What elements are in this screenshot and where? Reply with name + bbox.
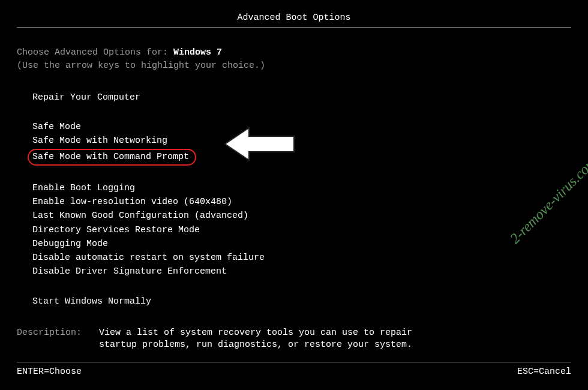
option-group-top: Repair Your Computer [30, 91, 571, 105]
option-dsrm[interactable]: Directory Services Restore Mode [30, 224, 202, 237]
os-name: Windows 7 [173, 47, 222, 58]
option-boot-logging[interactable]: Enable Boot Logging [30, 182, 137, 195]
description-block: Description: View a list of system recov… [17, 327, 571, 352]
option-low-res-video[interactable]: Enable low-resolution video (640x480) [30, 196, 235, 209]
option-group-advanced: Enable Boot Logging Enable low-resolutio… [30, 182, 571, 280]
option-safe-mode-command-prompt[interactable]: Safe Mode with Command Prompt [28, 149, 196, 166]
option-safe-mode[interactable]: Safe Mode [30, 121, 83, 134]
arrow-left-icon [222, 123, 300, 165]
description-text: View a list of system recovery tools you… [99, 327, 435, 352]
page-title: Advanced Boot Options [17, 12, 571, 24]
prompt-prefix: Choose Advanced Options for: [17, 47, 173, 58]
title-divider [17, 27, 571, 28]
footer: ENTER=Choose ESC=Cancel [0, 362, 588, 378]
boot-options-screen: Advanced Boot Options Choose Advanced Op… [0, 0, 588, 390]
hint-line: (Use the arrow keys to highlight your ch… [17, 60, 571, 72]
option-debugging-mode[interactable]: Debugging Mode [30, 238, 110, 251]
option-disable-driver-signature[interactable]: Disable Driver Signature Enforcement [30, 265, 229, 278]
footer-esc-hint: ESC=Cancel [517, 366, 571, 378]
option-group-safe: Safe Mode Safe Mode with Networking Safe… [30, 121, 571, 166]
option-last-known-good[interactable]: Last Known Good Configuration (advanced) [30, 209, 251, 223]
footer-enter-hint: ENTER=Choose [17, 366, 82, 378]
prompt-line: Choose Advanced Options for: Windows 7 [17, 47, 571, 59]
option-group-normal: Start Windows Normally [30, 295, 571, 309]
option-repair-computer[interactable]: Repair Your Computer [30, 91, 143, 104]
footer-divider [17, 362, 571, 362]
option-start-windows-normally[interactable]: Start Windows Normally [30, 295, 154, 308]
option-safe-mode-networking[interactable]: Safe Mode with Networking [30, 134, 170, 148]
description-label: Description: [17, 327, 94, 339]
option-disable-auto-restart[interactable]: Disable automatic restart on system fail… [30, 251, 267, 265]
